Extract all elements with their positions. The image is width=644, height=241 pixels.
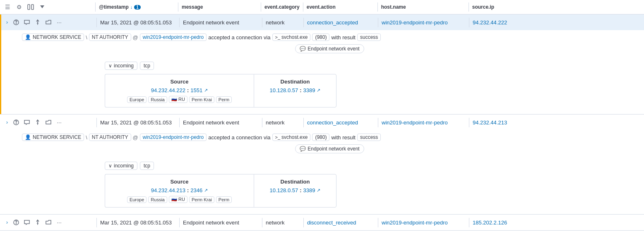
- dest-extlink-1[interactable]: ↗: [317, 88, 320, 93]
- dest-ip-1[interactable]: 10.128.0.57: [270, 87, 298, 93]
- chat-bubble-icon-2: 💬: [300, 146, 306, 152]
- geo-permkrai-2[interactable]: Perm Krai: [189, 196, 214, 203]
- data-row-2: › ···: [0, 115, 644, 215]
- cell-message-2: Endpoint network event: [179, 118, 262, 127]
- dest-port-2[interactable]: 3389: [303, 187, 315, 193]
- cell-message-3: Endpoint network event: [179, 218, 262, 227]
- sort-icon[interactable]: [38, 3, 46, 11]
- geo-europe-2[interactable]: Europe: [127, 196, 147, 203]
- expand-row-1[interactable]: ›: [5, 19, 10, 26]
- geo-russia-2[interactable]: Russia: [148, 196, 167, 203]
- svg-rect-0: [28, 5, 30, 10]
- cell-sourceip-3[interactable]: 185.202.2.126: [469, 218, 531, 227]
- host-pill-1[interactable]: win2019-endpoint-mr-pedro: [140, 33, 207, 41]
- dest-box-1: Destination 10.128.0.57 : 3389 ↗: [254, 74, 336, 107]
- direction-badge-1[interactable]: ∨ incoming: [105, 62, 137, 70]
- authority-pill-2[interactable]: NT AUTHORITY: [89, 134, 131, 141]
- direction-row-2: ∨ incoming tcp: [22, 162, 637, 170]
- chat-icon-3[interactable]: [23, 218, 31, 227]
- header-message[interactable]: message: [178, 2, 261, 12]
- geo-permkrai-1[interactable]: Perm Krai: [189, 96, 214, 103]
- cell-hostname-1[interactable]: win2019-endpoint-mr-pedro: [378, 18, 469, 27]
- cell-sourceip-1[interactable]: 94.232.44.222: [469, 18, 531, 27]
- dest-ip-line-2: 10.128.0.57 : 3389 ↗: [260, 187, 330, 193]
- header-controls: ☰ ⚙: [0, 3, 95, 11]
- pin-icon-1[interactable]: [34, 18, 42, 26]
- source-ip-1[interactable]: 94.232.44.222: [151, 87, 185, 93]
- chat-icon-2[interactable]: [23, 118, 31, 126]
- cell-hostname-2[interactable]: win2019-endpoint-mr-pedro: [378, 118, 469, 127]
- cell-sourceip-2[interactable]: 94.232.44.213: [469, 118, 531, 127]
- source-extlink-2[interactable]: ↗: [204, 188, 208, 193]
- event-type-badge-1: 💬 Endpoint network event: [295, 44, 364, 53]
- cell-action-3[interactable]: disconnect_received: [303, 218, 378, 227]
- chevron-down-icon-1: ∨: [108, 63, 112, 69]
- more-icon-1[interactable]: ···: [55, 18, 63, 26]
- source-port-1[interactable]: 1551: [190, 87, 202, 93]
- result-pill-1: success: [357, 33, 381, 41]
- row-main-1: › ···: [1, 14, 644, 30]
- chat-icon-1[interactable]: [23, 18, 31, 26]
- dest-ip-line-1: 10.128.0.57 : 3389 ↗: [260, 87, 330, 93]
- dest-extlink-2[interactable]: ↗: [317, 188, 320, 193]
- expand-row-3[interactable]: ›: [5, 219, 10, 226]
- doc-icon-1[interactable]: [12, 18, 20, 26]
- cell-timestamp-1: Mar 15, 2021 @ 08:05:51.053: [96, 18, 179, 27]
- accepted-text-2: accepted a connection via: [208, 134, 270, 141]
- doc-icon-3[interactable]: [12, 218, 20, 227]
- header-sourceip[interactable]: source.ip: [469, 2, 531, 12]
- cell-message-1: Endpoint network event: [179, 18, 262, 27]
- user-pill-1[interactable]: 👤 NETWORK SERVICE: [22, 33, 84, 41]
- pin-icon-2[interactable]: [34, 118, 42, 126]
- geo-russia-1[interactable]: Russia: [148, 96, 167, 103]
- folder-icon-3[interactable]: [44, 218, 53, 227]
- pin-icon-3[interactable]: [34, 218, 42, 227]
- authority-pill-1[interactable]: NT AUTHORITY: [89, 33, 131, 41]
- header-action[interactable]: event.action: [303, 2, 377, 12]
- sort-arrow: ↓: [130, 5, 133, 10]
- source-port-2[interactable]: 2346: [190, 187, 202, 193]
- sep1-1: \: [86, 34, 87, 41]
- direction-badge-2[interactable]: ∨ incoming: [105, 162, 137, 170]
- host-pill-2[interactable]: win2019-endpoint-mr-pedro: [140, 134, 207, 141]
- source-title-1: Source: [111, 79, 248, 85]
- menu-icon[interactable]: ☰: [3, 3, 12, 11]
- cell-action-1[interactable]: connection_accepted: [303, 18, 378, 27]
- doc-icon-2[interactable]: [12, 118, 20, 126]
- folder-icon-2[interactable]: [44, 118, 53, 126]
- more-icon-3[interactable]: ···: [55, 218, 63, 227]
- geo-europe-1[interactable]: Europe: [127, 96, 147, 103]
- cell-action-2[interactable]: connection_accepted: [303, 118, 378, 127]
- expand-row-2[interactable]: ›: [5, 119, 10, 126]
- header-timestamp[interactable]: @timestamp ↓ 1: [95, 2, 178, 12]
- source-ip-2[interactable]: 94.232.44.213: [151, 187, 185, 193]
- dest-port-1[interactable]: 3389: [303, 87, 315, 93]
- dest-ip-2[interactable]: 10.128.0.57: [270, 187, 298, 193]
- source-ip-line-1: 94.232.44.222 : 1551 ↗: [111, 87, 248, 93]
- more-icon-2[interactable]: ···: [55, 118, 63, 126]
- row-actions-1: › ···: [1, 18, 96, 26]
- folder-icon-1[interactable]: [44, 18, 53, 26]
- expanded-row-1: 👤 NETWORK SERVICE \ NT AUTHORITY @ win20…: [1, 30, 644, 114]
- header-hostname[interactable]: host.name: [377, 2, 469, 12]
- user-pill-2[interactable]: 👤 NETWORK SERVICE: [22, 134, 84, 141]
- cell-hostname-3[interactable]: win2019-endpoint-mr-pedro: [378, 218, 469, 227]
- log-table: ☰ ⚙ @timestamp ↓ 1 message event.cate: [0, 0, 644, 241]
- source-extlink-1[interactable]: ↗: [204, 88, 208, 93]
- at-sep-2: @: [133, 134, 138, 141]
- geo-perm-1[interactable]: Perm: [216, 96, 232, 103]
- svg-rect-1: [31, 5, 34, 10]
- at-sep-1: @: [133, 34, 138, 41]
- with-result-text-1: with result: [331, 34, 356, 41]
- dest-title-1: Destination: [260, 79, 330, 85]
- chat-bubble-icon-1: 💬: [300, 46, 306, 52]
- columns-icon[interactable]: [26, 3, 35, 11]
- settings-icon[interactable]: ⚙: [15, 3, 23, 11]
- header-category[interactable]: event.category: [261, 2, 303, 12]
- chevron-down-icon-2: ∨: [108, 163, 112, 169]
- geo-perm-2[interactable]: Perm: [216, 196, 232, 203]
- geo-flag-1: 🇷🇺 RU: [169, 96, 187, 103]
- summary-line-2: 👤 NETWORK SERVICE \ NT AUTHORITY @ win20…: [22, 134, 637, 141]
- process-pill-1[interactable]: >_ svchost.exe: [272, 33, 311, 41]
- process-pill-2[interactable]: >_ svchost.exe: [272, 134, 311, 141]
